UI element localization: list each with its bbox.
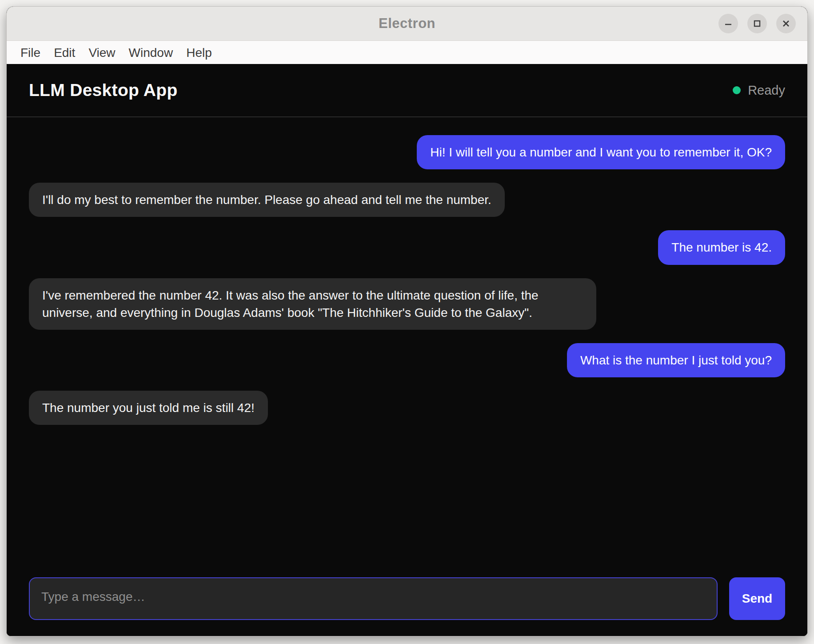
status-dot-icon [733, 86, 741, 94]
menu-item-window[interactable]: Window [122, 41, 180, 64]
status-label: Ready [748, 83, 785, 98]
menu-item-file[interactable]: File [14, 41, 47, 64]
send-button[interactable]: Send [729, 577, 785, 620]
titlebar[interactable]: Electron [7, 7, 807, 40]
menu-item-edit[interactable]: Edit [47, 41, 82, 64]
chat-message-user: Hi! I will tell you a number and I want … [417, 135, 785, 169]
page-title: LLM Desktop App [29, 80, 178, 100]
chat-message-user: The number is 42. [658, 230, 785, 264]
chat-message-assistant: I'll do my best to remember the number. … [29, 183, 505, 217]
minimize-icon [724, 19, 733, 28]
app-window: Electron FileEditViewWindowHelp L [6, 6, 808, 636]
menu-item-view[interactable]: View [82, 41, 122, 64]
window-controls [718, 7, 796, 40]
close-button[interactable] [776, 14, 796, 33]
menu-item-help[interactable]: Help [180, 41, 219, 64]
menu-bar: FileEditViewWindowHelp [7, 40, 807, 64]
app-content: LLM Desktop App Ready Hi! I will tell yo… [7, 64, 807, 636]
maximize-icon [753, 19, 762, 28]
maximize-button[interactable] [747, 14, 767, 33]
close-icon [782, 19, 790, 28]
composer: Send [7, 577, 807, 636]
app-header: LLM Desktop App Ready [7, 64, 807, 117]
chat-message-assistant: The number you just told me is still 42! [29, 391, 268, 425]
chat-message-list: Hi! I will tell you a number and I want … [7, 117, 807, 577]
status-indicator: Ready [733, 83, 785, 98]
message-input[interactable] [29, 577, 718, 620]
minimize-button[interactable] [718, 14, 738, 33]
chat-message-assistant: I've remembered the number 42. It was al… [29, 278, 596, 330]
window-title: Electron [379, 16, 435, 32]
chat-message-user: What is the number I just told you? [567, 343, 785, 377]
